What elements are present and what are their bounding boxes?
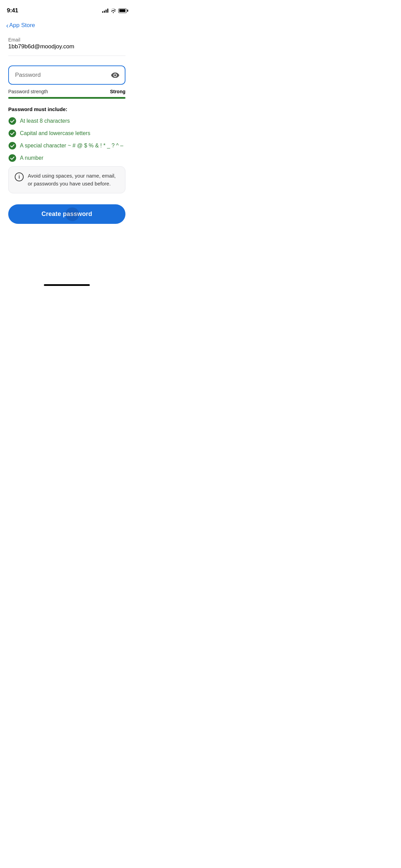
check-icon-2 <box>8 129 16 137</box>
back-label: App Store <box>9 22 35 29</box>
requirement-item-2: Capital and lowercase letters <box>8 129 125 137</box>
info-icon: i <box>15 172 24 181</box>
check-icon-3 <box>8 142 16 150</box>
signal-icon <box>102 9 108 13</box>
email-label: Email <box>8 37 125 43</box>
status-bar: 9:41 <box>0 0 134 19</box>
requirement-text-3: A special character ~ # @ $ % & ! * _ ? … <box>20 143 123 149</box>
home-bar <box>44 284 90 286</box>
check-icon-1 <box>8 117 16 125</box>
strength-bar-fill <box>8 97 125 99</box>
email-value: 1bb79b6d@moodjoy.com <box>8 43 125 50</box>
email-section: Email 1bb79b6d@moodjoy.com <box>8 37 125 56</box>
content-area: Email 1bb79b6d@moodjoy.com Password Pass… <box>0 34 134 238</box>
info-box: i Avoid using spaces, your name, email, … <box>8 166 125 193</box>
info-text: Avoid using spaces, your name, email, or… <box>28 172 119 188</box>
requirement-item-1: At least 8 characters <box>8 117 125 125</box>
home-indicator <box>0 281 134 289</box>
strength-bar-background <box>8 97 125 99</box>
svg-point-0 <box>9 117 16 125</box>
status-icons <box>102 9 127 13</box>
requirement-item-4: A number <box>8 154 125 162</box>
status-time: 9:41 <box>7 7 18 14</box>
check-icon-4 <box>8 154 16 162</box>
requirement-text-1: At least 8 characters <box>20 118 70 124</box>
eye-toggle-button[interactable] <box>110 70 121 81</box>
wifi-icon <box>110 9 116 13</box>
password-field-container: Password <box>8 65 125 85</box>
password-placeholder: Password <box>15 72 108 79</box>
strength-label: Password strength <box>8 89 48 94</box>
requirements-title: Password must include: <box>8 106 125 112</box>
svg-point-2 <box>9 142 16 149</box>
requirement-text-2: Capital and lowercase letters <box>20 130 90 136</box>
back-chevron-icon: ‹ <box>6 22 9 29</box>
create-password-button[interactable]: Create password <box>8 204 125 224</box>
svg-point-1 <box>9 130 16 137</box>
nav-bar: ‹ App Store <box>0 19 134 34</box>
requirement-text-4: A number <box>20 155 43 161</box>
eye-icon <box>111 72 119 78</box>
password-input-wrapper[interactable]: Password <box>8 65 125 85</box>
svg-point-3 <box>9 154 16 162</box>
battery-icon <box>118 9 127 13</box>
strength-value: Strong <box>110 89 125 94</box>
requirement-item-3: A special character ~ # @ $ % & ! * _ ? … <box>8 142 125 150</box>
back-button[interactable]: ‹ App Store <box>3 20 38 31</box>
password-strength-row: Password strength Strong <box>8 89 125 94</box>
